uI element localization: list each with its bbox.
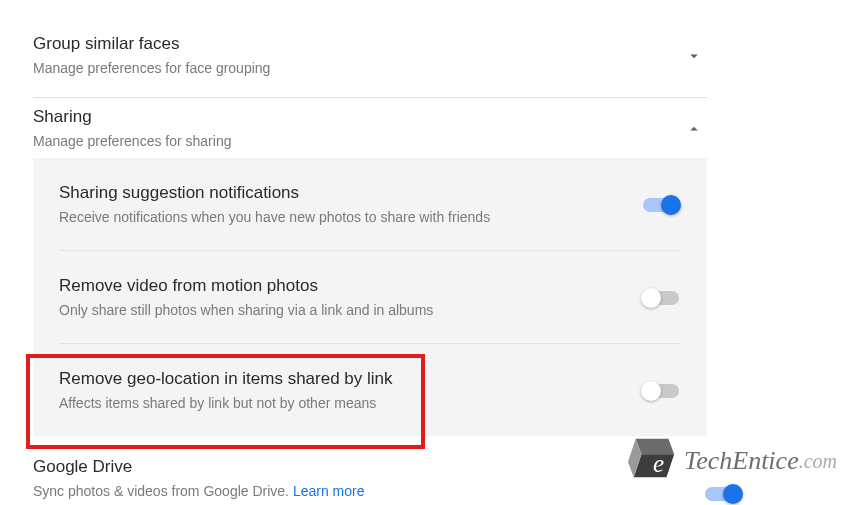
section-title: Sharing <box>33 106 685 129</box>
section-group-similar-faces[interactable]: Group similar faces Manage preferences f… <box>33 25 707 98</box>
section-title: Google Drive <box>33 456 707 479</box>
chevron-up-icon <box>685 120 703 138</box>
watermark-tld: .com <box>799 450 837 473</box>
watermark-brand: TechEntice <box>684 446 799 476</box>
section-text: Google Drive Sync photos & videos from G… <box>33 456 707 502</box>
chevron-down-icon <box>685 47 703 65</box>
watermark-logo-icon: e <box>624 435 682 487</box>
setting-subtitle: Affects items shared by link but not by … <box>59 393 643 414</box>
section-title: Group similar faces <box>33 33 685 56</box>
setting-text: Remove video from motion photos Only sha… <box>59 275 643 321</box>
section-sharing[interactable]: Sharing Manage preferences for sharing <box>33 98 707 158</box>
section-text: Group similar faces Manage preferences f… <box>33 33 685 79</box>
setting-title: Remove video from motion photos <box>59 275 643 298</box>
setting-title: Sharing suggestion notifications <box>59 182 643 205</box>
setting-subtitle: Receive notifications when you have new … <box>59 207 643 228</box>
setting-remove-geo-location: Remove geo-location in items shared by l… <box>59 344 681 436</box>
section-text: Sharing Manage preferences for sharing <box>33 106 685 152</box>
section-subtitle: Manage preferences for face grouping <box>33 58 685 79</box>
toggle-sharing-suggestions[interactable] <box>643 198 679 212</box>
toggle-remove-video[interactable] <box>643 291 679 305</box>
setting-remove-video-motion-photos: Remove video from motion photos Only sha… <box>59 251 681 344</box>
setting-text: Remove geo-location in items shared by l… <box>59 368 643 414</box>
drive-subtitle-prefix: Sync photos & videos from Google Drive. <box>33 483 293 499</box>
sharing-panel: Sharing suggestion notifications Receive… <box>33 158 707 436</box>
setting-sharing-suggestion-notifications: Sharing suggestion notifications Receive… <box>59 158 681 251</box>
section-google-drive: Google Drive Sync photos & videos from G… <box>33 436 707 502</box>
section-subtitle: Sync photos & videos from Google Drive. … <box>33 481 707 502</box>
svg-text:e: e <box>653 450 664 477</box>
setting-text: Sharing suggestion notifications Receive… <box>59 182 643 228</box>
section-subtitle: Manage preferences for sharing <box>33 131 685 152</box>
watermark: e TechEntice.com <box>624 435 837 487</box>
learn-more-link[interactable]: Learn more <box>293 483 365 499</box>
toggle-remove-geo[interactable] <box>643 384 679 398</box>
setting-title: Remove geo-location in items shared by l… <box>59 368 643 391</box>
setting-subtitle: Only share still photos when sharing via… <box>59 300 643 321</box>
toggle-google-drive[interactable] <box>705 487 741 501</box>
